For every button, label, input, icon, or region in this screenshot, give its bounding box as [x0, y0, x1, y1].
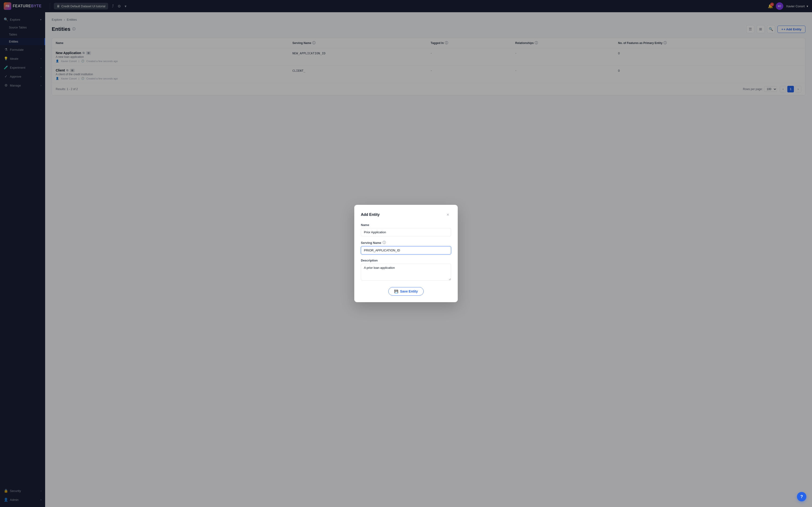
serving-name-field-group: Serving Name ⓘ: [361, 240, 451, 255]
name-label: Name: [361, 223, 451, 227]
modal-close-button[interactable]: ×: [445, 211, 451, 218]
modal-title: Add Entity: [361, 213, 380, 217]
modal-footer: 💾 Save Entity: [361, 287, 451, 296]
name-field-group: Name: [361, 223, 451, 236]
save-button-label: Save Entity: [400, 289, 418, 293]
modal-header: Add Entity ×: [361, 211, 451, 218]
serving-name-input[interactable]: [361, 246, 451, 255]
modal-overlay: Add Entity × Name Serving Name ⓘ Descrip…: [0, 0, 812, 507]
help-button[interactable]: ?: [797, 492, 806, 501]
add-entity-modal: Add Entity × Name Serving Name ⓘ Descrip…: [354, 205, 458, 302]
serving-name-info-icon[interactable]: ⓘ: [382, 240, 386, 245]
save-entity-button[interactable]: 💾 Save Entity: [388, 287, 424, 296]
serving-name-label: Serving Name ⓘ: [361, 240, 451, 245]
description-field-group: Description A prior loan application: [361, 259, 451, 281]
name-input[interactable]: [361, 228, 451, 236]
save-icon: 💾: [394, 289, 398, 293]
description-label: Description: [361, 259, 451, 262]
description-input[interactable]: A prior loan application: [361, 264, 451, 281]
